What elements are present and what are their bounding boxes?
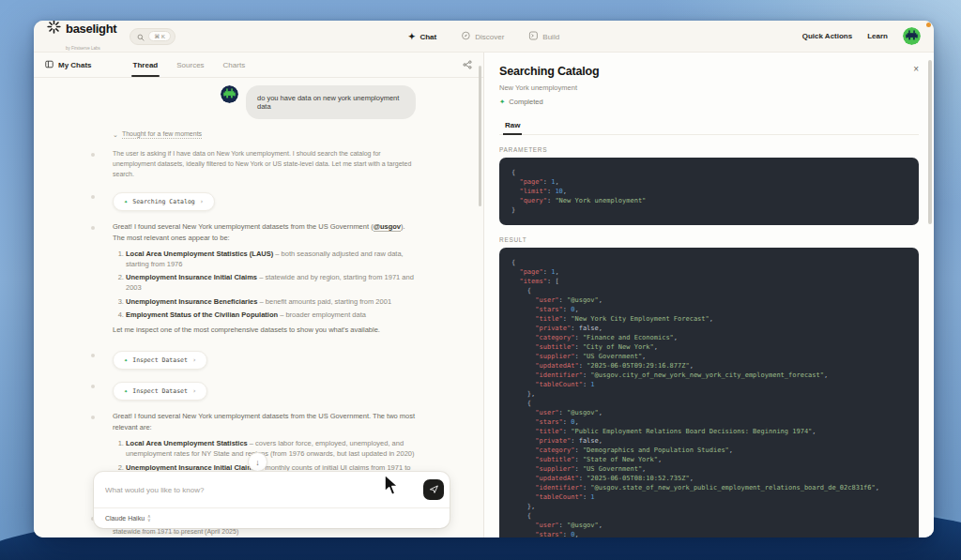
searching-catalog-chip[interactable]: ✦ Searching Catalog › [113,192,215,211]
tool-detail-panel: Searching Catalog × New York unemploymen… [483,53,934,537]
chevron-down-icon: ⌄ [113,131,118,139]
panel-title: Searching Catalog [499,65,599,78]
compass-icon [461,31,470,42]
list-item: Local Area Unemployment Statistics – cov… [126,438,416,460]
panel-tab-bar: Raw [499,117,919,135]
assistant-message-1: Great! I found several New York unemploy… [113,221,416,337]
status-badge: ✦ Completed [499,98,919,106]
user-message-row: do you have data on new york unemploymen… [221,85,416,119]
list-item: Employment Status of the Civilian Popula… [126,310,416,320]
inspect-dataset-chip[interactable]: ✦ Inspect Dataset › [113,351,207,370]
result-code-block[interactable]: { "page": 1, "items": [ { "user": "@usgo… [499,248,919,537]
model-selector[interactable]: Claude Haiku [105,515,145,522]
primary-nav: ✦ Chat Discover Build [408,21,559,53]
my-chats-button[interactable]: My Chats [45,60,92,70]
list-item: Unemployment Insurance Initial Claims – … [126,272,416,294]
paper-plane-icon [429,481,439,498]
chat-input[interactable] [105,486,423,494]
msg1-outro: Let me inspect one of the most comprehen… [113,325,416,336]
brand-name: baselight [66,22,116,36]
notification-dot [926,23,931,27]
topbar-right: Quick Actions Learn [802,27,921,45]
sidebar-panel-icon [45,60,53,70]
result-label: RESULT [499,236,919,243]
tool-chip-inspect-1: ✦ Inspect Dataset › [113,349,416,370]
sparkle-icon: ✦ [408,32,416,41]
list-item: Local Area Unemployment Statistics (LAUS… [126,249,416,270]
terminal-icon [528,31,538,42]
sparkle-icon: ✦ [499,98,505,106]
nav-discover[interactable]: Discover [461,31,504,42]
chevron-right-icon: › [200,198,204,205]
tab-charts[interactable]: Charts [223,53,246,77]
parameters-label: PARAMETERS [499,146,919,153]
search-shortcut-badge: ⌘ K [148,31,171,41]
tool-chip-searching-catalog: ✦ Searching Catalog › [113,190,416,211]
inspect-dataset-chip[interactable]: ✦ Inspect Dataset › [113,382,207,401]
app-window: baselight by Firstserve Labs ⌘ K ✦ Chat … [34,21,934,537]
brand-subtitle: by Firstserve Labs [66,46,100,51]
msg2-intro: Great! I found several New York unemploy… [113,411,416,433]
sparkle-icon: ✦ [124,198,128,205]
msg1-intro-pre: Great! I found several New York unemploy… [113,222,374,231]
nav-build[interactable]: Build [528,31,559,42]
chat-pane: My Chats Thread Sources Charts [34,53,483,537]
tab-thread[interactable]: Thread [133,53,159,77]
sparkle-icon: ✦ [124,387,128,395]
global-search[interactable]: ⌘ K [130,28,175,45]
user-avatar[interactable] [903,27,921,45]
tab-raw[interactable]: Raw [503,117,522,134]
thought-toggle[interactable]: ⌄ Thought for a few moments [113,130,416,139]
list-item: Unemployment Insurance Beneficiaries – b… [126,296,416,307]
thread-tabs: Thread Sources Charts [133,53,246,77]
baselight-logo-icon [47,21,61,38]
chat-scrollbar[interactable] [479,66,481,206]
user-message-avatar [221,85,238,103]
quick-actions-button[interactable]: Quick Actions [802,32,853,40]
arrow-down-icon: ↓ [255,458,260,467]
brand-logo[interactable]: baselight by Firstserve Labs [47,21,116,53]
mouse-cursor [381,474,402,502]
chevron-right-icon: › [192,356,196,364]
chevron-updown-icon: ∧∨ [147,514,151,522]
sparkle-icon: ✦ [124,356,128,364]
thread-tab-bar: My Chats Thread Sources Charts [34,53,483,78]
panel-subtitle: New York unemployment [499,83,919,92]
assistant-thought-text: The user is asking if I have data on New… [113,148,416,180]
search-icon [137,28,145,45]
tool-chip-inspect-2: ✦ Inspect Dataset › [113,380,416,401]
msg1-dataset-list: Local Area Unemployment Statistics (LAUS… [126,249,416,321]
send-button[interactable] [423,479,444,500]
clipped-chat-text: statewide from 1971 to present (April 20… [113,528,238,535]
parameters-code-block[interactable]: { "page": 1, "limit": 10, "query": "New … [499,158,919,225]
learn-button[interactable]: Learn [867,32,888,40]
scroll-to-bottom-button[interactable]: ↓ [248,452,267,472]
nav-chat[interactable]: ✦ Chat [408,32,436,41]
usgov-handle-link[interactable]: @usgov [374,222,401,232]
panel-scrollbar[interactable] [928,60,932,224]
top-bar: baselight by Firstserve Labs ⌘ K ✦ Chat … [34,21,934,53]
tab-sources[interactable]: Sources [176,53,204,77]
user-message-bubble: do you have data on new york unemploymen… [246,85,416,119]
close-icon[interactable]: × [913,65,919,74]
share-icon[interactable] [463,56,472,73]
chevron-right-icon: › [192,387,196,395]
